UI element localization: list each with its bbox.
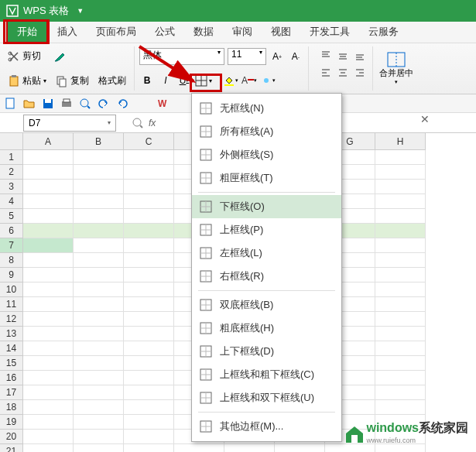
cell[interactable] bbox=[375, 165, 426, 180]
tab-home[interactable]: 开始 bbox=[6, 19, 48, 43]
cell[interactable] bbox=[23, 165, 74, 180]
cell[interactable] bbox=[23, 150, 74, 165]
italic-button[interactable]: I bbox=[158, 73, 173, 88]
border-menu-item[interactable]: 上框线和双下框线(U) bbox=[192, 386, 341, 409]
effects-button[interactable]: ▾ bbox=[260, 73, 276, 88]
cell[interactable] bbox=[375, 341, 426, 356]
cell[interactable] bbox=[375, 238, 426, 253]
decrease-font-button[interactable]: A- bbox=[288, 49, 303, 64]
cell[interactable] bbox=[124, 371, 174, 385]
col-header[interactable]: A bbox=[23, 133, 74, 150]
border-menu-item[interactable]: 无框线(N) bbox=[192, 97, 341, 120]
select-all-corner[interactable] bbox=[0, 133, 23, 150]
cell[interactable] bbox=[124, 312, 174, 327]
cell[interactable] bbox=[375, 253, 426, 268]
row-header[interactable]: 21 bbox=[0, 444, 23, 452]
cell[interactable] bbox=[23, 356, 74, 371]
tab-close-icon[interactable]: ✕ bbox=[420, 113, 430, 125]
border-menu-item[interactable]: 所有框线(A) bbox=[192, 120, 341, 143]
merge-group[interactable]: 合并居中▾ bbox=[373, 46, 419, 91]
border-menu-item[interactable]: 粗匣框线(T) bbox=[192, 166, 341, 190]
paste-button[interactable]: 粘贴▾ bbox=[5, 73, 50, 89]
align-bottom-button[interactable] bbox=[352, 48, 368, 63]
cell[interactable] bbox=[375, 312, 426, 327]
cell[interactable] bbox=[124, 238, 174, 253]
cell[interactable] bbox=[23, 282, 74, 297]
row-header[interactable]: 12 bbox=[0, 312, 23, 327]
name-box[interactable]: D7 ▾ bbox=[23, 115, 116, 132]
cell[interactable] bbox=[375, 385, 426, 400]
col-header[interactable]: B bbox=[74, 133, 124, 150]
row-header[interactable]: 5 bbox=[0, 209, 23, 224]
cell[interactable] bbox=[23, 224, 74, 238]
col-header[interactable]: C bbox=[124, 133, 174, 150]
border-menu-item[interactable]: 上下框线(D) bbox=[192, 340, 341, 363]
undo-icon[interactable] bbox=[98, 98, 110, 110]
cell[interactable] bbox=[23, 400, 74, 415]
cell[interactable] bbox=[23, 180, 74, 194]
border-menu-item[interactable]: 双底框线(B) bbox=[192, 293, 341, 317]
cell[interactable] bbox=[74, 341, 124, 356]
row-header[interactable]: 19 bbox=[0, 415, 23, 430]
cell[interactable] bbox=[74, 165, 124, 180]
row-header[interactable]: 13 bbox=[0, 327, 23, 341]
open-icon[interactable] bbox=[23, 98, 36, 110]
cell[interactable] bbox=[375, 209, 426, 224]
row-header[interactable]: 8 bbox=[0, 253, 23, 268]
wps-w-icon[interactable]: W bbox=[156, 98, 169, 110]
cut-button[interactable]: 剪切 bbox=[5, 48, 44, 64]
cell[interactable] bbox=[74, 194, 124, 209]
cell[interactable] bbox=[23, 238, 74, 253]
row-header[interactable]: 2 bbox=[0, 165, 23, 180]
cell[interactable] bbox=[375, 150, 426, 165]
tab-cloud[interactable]: 云服务 bbox=[359, 21, 408, 43]
cell[interactable] bbox=[74, 385, 124, 400]
tab-data[interactable]: 数据 bbox=[184, 21, 223, 43]
cell[interactable] bbox=[124, 415, 174, 430]
align-right-button[interactable] bbox=[352, 65, 368, 80]
row-header[interactable]: 17 bbox=[0, 385, 23, 400]
cell[interactable] bbox=[74, 268, 124, 282]
cell[interactable] bbox=[375, 371, 426, 385]
cell[interactable] bbox=[375, 444, 426, 452]
border-menu-item[interactable]: 外侧框线(S) bbox=[192, 143, 341, 166]
cell[interactable] bbox=[74, 327, 124, 341]
font-name-select[interactable]: 黑体 ▾ bbox=[139, 48, 224, 65]
cell[interactable] bbox=[74, 312, 124, 327]
cell[interactable] bbox=[23, 297, 74, 312]
border-menu-item[interactable]: 其他边框(M)... bbox=[192, 415, 341, 438]
row-header[interactable]: 1 bbox=[0, 150, 23, 165]
cell[interactable] bbox=[74, 253, 124, 268]
cell[interactable] bbox=[375, 180, 426, 194]
cell[interactable] bbox=[74, 297, 124, 312]
cell[interactable] bbox=[74, 444, 124, 452]
cell[interactable] bbox=[74, 180, 124, 194]
fill-color-button[interactable]: ▾ bbox=[223, 73, 238, 88]
row-header[interactable]: 18 bbox=[0, 400, 23, 415]
border-menu-item[interactable]: 上框线(P) bbox=[192, 218, 341, 241]
row-header[interactable]: 4 bbox=[0, 194, 23, 209]
cell[interactable] bbox=[375, 282, 426, 297]
cell[interactable] bbox=[124, 150, 174, 165]
cell[interactable] bbox=[74, 224, 124, 238]
redo-icon[interactable] bbox=[116, 98, 128, 110]
cell[interactable] bbox=[174, 444, 224, 452]
cell[interactable] bbox=[23, 430, 74, 444]
cell[interactable] bbox=[23, 341, 74, 356]
cell[interactable] bbox=[23, 444, 74, 452]
row-header[interactable]: 7 bbox=[0, 238, 23, 253]
cell[interactable] bbox=[224, 444, 275, 452]
underline-button[interactable]: U▾ bbox=[176, 73, 192, 88]
cell[interactable] bbox=[74, 209, 124, 224]
cell[interactable] bbox=[124, 297, 174, 312]
tab-layout[interactable]: 页面布局 bbox=[87, 21, 146, 43]
tab-view[interactable]: 视图 bbox=[262, 21, 300, 43]
title-dropdown-icon[interactable]: ▼ bbox=[77, 7, 84, 15]
cell[interactable] bbox=[23, 194, 74, 209]
border-menu-item[interactable]: 左框线(L) bbox=[192, 241, 341, 265]
cell[interactable] bbox=[124, 444, 174, 452]
cell[interactable] bbox=[124, 282, 174, 297]
row-header[interactable]: 20 bbox=[0, 430, 23, 444]
tab-formula[interactable]: 公式 bbox=[146, 21, 184, 43]
preview-icon[interactable] bbox=[79, 98, 91, 110]
